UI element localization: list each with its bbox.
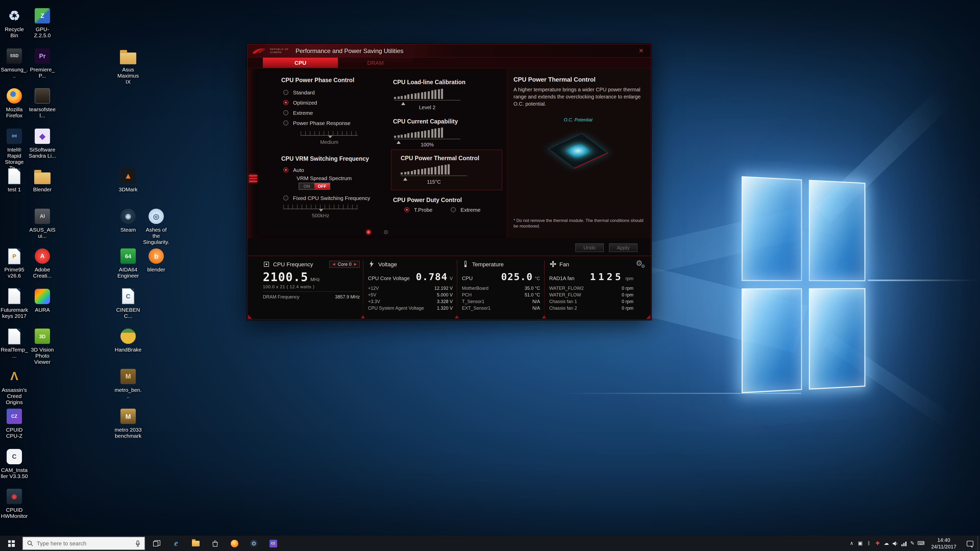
taskbar-search[interactable]	[22, 537, 145, 550]
desktop-icon-blender-folder[interactable]: Blender	[29, 167, 56, 192]
desktop-icon-sandra[interactable]: ◆SiSoftware Sandra Li...	[29, 127, 56, 159]
tray-network-icon[interactable]	[899, 536, 908, 551]
desktop-icon-asus-maximus-folder[interactable]: Asus Maximus IX	[115, 47, 142, 84]
taskbar-app-steam[interactable]	[244, 536, 263, 551]
tray-keyboard-icon[interactable]: ⌨	[917, 536, 925, 551]
desktop-icon-gpuz[interactable]: ZGPU-Z.2.5.0	[29, 7, 56, 38]
desktop-icon-aida64[interactable]: 64AIDA64 Engineer	[115, 248, 142, 279]
radio-t-probe[interactable]: T.Probe	[404, 205, 432, 215]
taskbar-app-file-explorer[interactable]	[186, 536, 205, 551]
desktop-icon-cam[interactable]: CCAM_Installer V3.3.50	[0, 448, 28, 479]
desktop-icon-tearsofsteel[interactable]: tearsofsteel...	[29, 87, 56, 118]
toggle-on[interactable]: ON	[299, 183, 314, 189]
taskbar-app-edge[interactable]: e	[166, 536, 186, 551]
apply-button[interactable]: Apply	[609, 243, 638, 252]
core-next-button[interactable]: ▶	[354, 262, 357, 266]
radio-standard[interactable]: Standard	[283, 87, 385, 97]
window-titlebar[interactable]: REPUBLIC OF GAMERS Performance and Power…	[248, 44, 651, 58]
tab-dram[interactable]: DRAM	[338, 58, 413, 68]
desktop-icon-test1-doc[interactable]: test 1	[0, 167, 28, 192]
desktop-icon-premiere[interactable]: PrPremiere_P...	[29, 47, 56, 78]
desktop-icon-label: Premiere_P...	[29, 66, 56, 78]
desktop-icon-ac-origins[interactable]: ΛAssassin's Creed Origins	[0, 368, 28, 405]
close-button[interactable]: ×	[636, 46, 646, 55]
tray-bluetooth-icon[interactable]: ᛒ	[865, 536, 873, 551]
desktop-icon-realtemp-doc[interactable]: RealTemp_...	[0, 327, 28, 359]
desktop-icon-metro-folder[interactable]: Mmetro_ben...	[115, 368, 142, 399]
desktop-icon-futuremark-doc[interactable]: Futuremark keys 2017	[0, 287, 28, 319]
taskbar-app-store[interactable]	[205, 536, 224, 551]
taskbar-app-firefox[interactable]	[224, 536, 244, 551]
microphone-icon[interactable]	[135, 540, 140, 547]
desktop-icon-aisuite[interactable]: AIASUS_AISui...	[29, 207, 56, 238]
tray-security-icon[interactable]: ✚	[873, 536, 882, 551]
tray-hidden-icons-icon[interactable]: ∧	[847, 536, 856, 551]
desktop-icon-cpuz[interactable]: CZCPUID CPU-Z	[0, 408, 28, 439]
radio-extreme[interactable]: Extreme	[283, 108, 385, 118]
desktop-icon-prime95-doc[interactable]: PPrime95 v26.6	[0, 248, 28, 279]
action-center-button[interactable]	[962, 536, 977, 551]
core-selector[interactable]: ◀ Core 0 ▶	[329, 260, 360, 268]
cpu-frequency-unit: MHz	[310, 277, 320, 282]
tab-cpu[interactable]: CPU	[263, 58, 338, 68]
taskbar-clock[interactable]: 14:40 24/11/2017	[928, 537, 959, 550]
desktop-icon-cinebench-doc[interactable]: CCINEBENC...	[115, 287, 142, 319]
toggle-off[interactable]: OFF	[314, 183, 330, 189]
desktop-icon-intel-rst[interactable]: intIntel® Rapid Storage Te...	[0, 127, 28, 171]
desktop: ♻Recycle BinZGPU-Z.2.5.0SSDSamsung_...Pr…	[0, 0, 980, 551]
desktop-icon-hwmonitor[interactable]: ◉CPUID HWMonitor	[0, 488, 28, 519]
monitor-row-label: +12V	[368, 286, 379, 291]
desktop-icon-steam[interactable]: ◉Steam	[115, 207, 142, 232]
desktop-icon-label: Mozilla Firefox	[0, 106, 28, 118]
desktop-icon-3dvision[interactable]: 3D3D Vision Photo Viewer	[29, 327, 56, 365]
desktop-icon-handbrake[interactable]: HandBrake	[115, 327, 142, 353]
menu-hamburger-icon[interactable]	[249, 173, 257, 183]
monitor-settings-gear-icon[interactable]: ⚙⚙	[636, 259, 647, 267]
undo-button[interactable]: Undo	[575, 243, 604, 252]
slider-track[interactable]	[283, 205, 358, 209]
thermal-control-slider[interactable]	[401, 164, 467, 176]
desktop-icon-label: test 1	[0, 186, 28, 192]
info-heading: CPU Power Thermal Control	[514, 76, 643, 83]
temperature-panel: Temperature CPU 025.0°C MotherBoard35.0 …	[462, 260, 540, 316]
desktop-icon-recycle-bin[interactable]: ♻Recycle Bin	[0, 7, 28, 38]
search-input[interactable]	[37, 540, 118, 546]
radio-power-phase-response[interactable]: Power Phase Response	[283, 118, 385, 128]
rog-eye-icon	[251, 47, 267, 55]
llc-slider[interactable]	[394, 88, 460, 100]
tray-volume-icon[interactable]	[891, 536, 899, 551]
start-button[interactable]	[0, 536, 22, 551]
taskbar-app-task-view[interactable]	[147, 536, 166, 551]
taskbar-app-cpu-z[interactable]: CZ	[263, 536, 283, 551]
desktop-icon-adobe-cc[interactable]: AAdobe Creati...	[29, 248, 56, 279]
radio-extreme[interactable]: Extreme	[451, 205, 480, 215]
pagination	[248, 230, 507, 234]
core-prev-button[interactable]: ◀	[332, 262, 335, 266]
fixed-frequency-slider[interactable]: 500kHz	[283, 205, 358, 218]
tray-tray-app-icon[interactable]: ▣	[856, 536, 865, 551]
cpu-z-icon: CZ	[269, 540, 277, 547]
desktop-icon-ashes[interactable]: ◎Ashes of the Singularity...	[142, 207, 170, 251]
current-capability-slider[interactable]	[394, 127, 460, 139]
info-panel: CPU Power Thermal Control A higher tempe…	[507, 69, 651, 238]
steam-icon: ◉	[119, 207, 137, 225]
desktop-icon-samsung-ssd[interactable]: SSDSamsung_...	[0, 47, 28, 78]
desktop-icon-firefox[interactable]: Mozilla Firefox	[0, 87, 28, 118]
motherboard-image	[548, 133, 608, 169]
page-dot-1[interactable]	[366, 230, 371, 234]
power-phase-response-slider[interactable]: Medium	[301, 131, 358, 145]
desktop-icon-aura[interactable]: AURA	[29, 287, 56, 313]
radio-optimized[interactable]: Optimized	[283, 97, 385, 108]
desktop-icon-blender-app[interactable]: bblender	[142, 248, 170, 272]
tray-onedrive-icon[interactable]: ☁	[882, 536, 891, 551]
desktop-icon-3dmark[interactable]: ▲3DMark	[115, 167, 142, 192]
vrm-spread-toggle[interactable]: ON OFF	[299, 183, 330, 190]
show-desktop-button[interactable]	[977, 536, 980, 551]
radio-auto[interactable]: Auto	[283, 165, 304, 175]
desktop-icon-metro2033[interactable]: Mmetro 2033 benchmark	[115, 408, 142, 439]
radio-fixed-cpu-switching-frequency[interactable]: Fixed CPU Switching Frequency	[283, 193, 370, 203]
slider-track[interactable]	[301, 131, 358, 136]
page-dot-2[interactable]	[384, 230, 388, 234]
firefox-icon	[231, 540, 238, 547]
tray-pen-icon[interactable]: ✎	[908, 536, 917, 551]
